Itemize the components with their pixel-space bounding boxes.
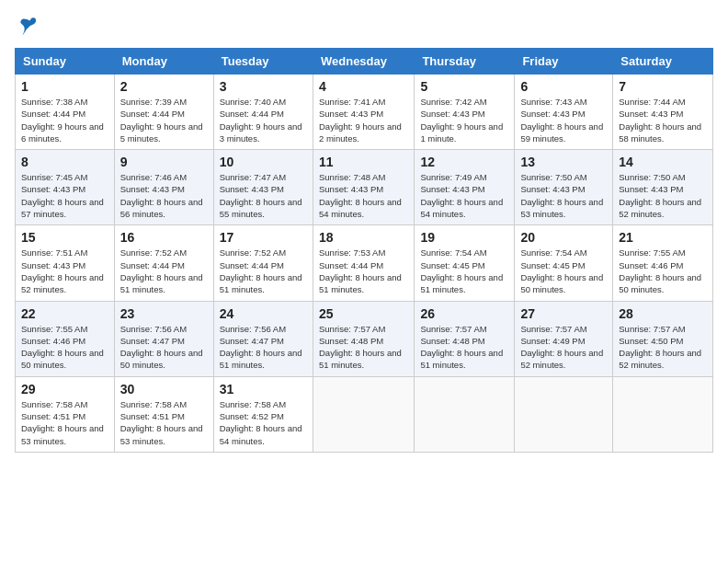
calendar-cell: 6Sunrise: 7:43 AMSunset: 4:43 PMDaylight… — [515, 75, 613, 150]
day-number: 13 — [520, 155, 607, 169]
day-number: 4 — [319, 79, 408, 94]
calendar-cell: 9Sunrise: 7:46 AMSunset: 4:43 PMDaylight… — [114, 150, 213, 225]
day-info: Sunrise: 7:49 AMSunset: 4:43 PMDaylight:… — [420, 171, 508, 220]
day-info: Sunrise: 7:48 AMSunset: 4:43 PMDaylight:… — [319, 171, 408, 220]
day-number: 27 — [520, 306, 607, 321]
calendar-cell: 20Sunrise: 7:54 AMSunset: 4:45 PMDayligh… — [515, 225, 613, 301]
day-number: 22 — [21, 306, 108, 321]
logo — [15, 15, 39, 37]
day-number: 14 — [619, 155, 707, 169]
day-info: Sunrise: 7:46 AMSunset: 4:43 PMDaylight:… — [120, 171, 208, 220]
day-number: 24 — [220, 306, 307, 321]
calendar-cell: 16Sunrise: 7:52 AMSunset: 4:44 PMDayligh… — [114, 225, 213, 301]
day-info: Sunrise: 7:52 AMSunset: 4:44 PMDaylight:… — [120, 247, 208, 295]
day-info: Sunrise: 7:56 AMSunset: 4:47 PMDaylight:… — [220, 323, 307, 372]
day-info: Sunrise: 7:58 AMSunset: 4:51 PMDaylight:… — [120, 398, 208, 447]
day-number: 31 — [220, 382, 307, 396]
day-info: Sunrise: 7:43 AMSunset: 4:43 PMDaylight:… — [520, 96, 607, 144]
calendar-cell: 14Sunrise: 7:50 AMSunset: 4:43 PMDayligh… — [613, 150, 713, 225]
page-header — [15, 15, 713, 37]
day-info: Sunrise: 7:50 AMSunset: 4:43 PMDaylight:… — [520, 171, 607, 220]
day-info: Sunrise: 7:40 AMSunset: 4:44 PMDaylight:… — [220, 96, 307, 144]
day-info: Sunrise: 7:47 AMSunset: 4:43 PMDaylight:… — [220, 171, 307, 220]
calendar-cell: 17Sunrise: 7:52 AMSunset: 4:44 PMDayligh… — [213, 225, 313, 301]
calendar-cell: 28Sunrise: 7:57 AMSunset: 4:50 PMDayligh… — [613, 301, 713, 376]
day-number: 1 — [21, 79, 108, 94]
calendar-cell: 7Sunrise: 7:44 AMSunset: 4:43 PMDaylight… — [613, 75, 713, 150]
calendar-cell — [613, 376, 713, 452]
day-info: Sunrise: 7:58 AMSunset: 4:51 PMDaylight:… — [21, 398, 108, 447]
calendar-cell: 12Sunrise: 7:49 AMSunset: 4:43 PMDayligh… — [415, 150, 515, 225]
day-number: 8 — [21, 155, 108, 169]
day-info: Sunrise: 7:42 AMSunset: 4:43 PMDaylight:… — [420, 96, 508, 144]
day-info: Sunrise: 7:39 AMSunset: 4:44 PMDaylight:… — [120, 96, 208, 144]
day-number: 17 — [220, 230, 307, 245]
calendar-cell: 15Sunrise: 7:51 AMSunset: 4:43 PMDayligh… — [16, 225, 115, 301]
day-number: 21 — [619, 230, 707, 245]
day-number: 3 — [220, 79, 307, 94]
day-number: 28 — [619, 306, 707, 321]
calendar-cell — [313, 376, 414, 452]
day-number: 6 — [520, 79, 607, 94]
calendar-table: SundayMondayTuesdayWednesdayThursdayFrid… — [15, 48, 713, 453]
calendar-cell: 25Sunrise: 7:57 AMSunset: 4:48 PMDayligh… — [313, 301, 414, 376]
day-number: 23 — [120, 306, 208, 321]
calendar-cell: 22Sunrise: 7:55 AMSunset: 4:46 PMDayligh… — [16, 301, 115, 376]
day-of-week-header: Saturday — [613, 49, 713, 75]
day-info: Sunrise: 7:56 AMSunset: 4:47 PMDaylight:… — [120, 323, 208, 372]
day-number: 5 — [420, 79, 508, 94]
calendar-cell: 19Sunrise: 7:54 AMSunset: 4:45 PMDayligh… — [415, 225, 515, 301]
day-number: 7 — [619, 79, 707, 94]
calendar-cell: 1Sunrise: 7:38 AMSunset: 4:44 PMDaylight… — [16, 75, 115, 150]
calendar-cell: 30Sunrise: 7:58 AMSunset: 4:51 PMDayligh… — [114, 376, 213, 452]
calendar-cell: 24Sunrise: 7:56 AMSunset: 4:47 PMDayligh… — [213, 301, 313, 376]
day-info: Sunrise: 7:54 AMSunset: 4:45 PMDaylight:… — [520, 247, 607, 295]
day-of-week-header: Sunday — [16, 49, 115, 75]
calendar-cell: 31Sunrise: 7:58 AMSunset: 4:52 PMDayligh… — [213, 376, 313, 452]
day-number: 11 — [319, 155, 408, 169]
day-info: Sunrise: 7:57 AMSunset: 4:50 PMDaylight:… — [619, 323, 707, 372]
day-info: Sunrise: 7:45 AMSunset: 4:43 PMDaylight:… — [21, 171, 108, 220]
calendar-cell: 5Sunrise: 7:42 AMSunset: 4:43 PMDaylight… — [415, 75, 515, 150]
calendar-cell: 26Sunrise: 7:57 AMSunset: 4:48 PMDayligh… — [415, 301, 515, 376]
day-number: 18 — [319, 230, 408, 245]
day-of-week-header: Tuesday — [213, 49, 313, 75]
calendar-cell: 11Sunrise: 7:48 AMSunset: 4:43 PMDayligh… — [313, 150, 414, 225]
day-of-week-header: Thursday — [415, 49, 515, 75]
calendar-cell: 8Sunrise: 7:45 AMSunset: 4:43 PMDaylight… — [16, 150, 115, 225]
day-of-week-header: Friday — [515, 49, 613, 75]
calendar-cell: 23Sunrise: 7:56 AMSunset: 4:47 PMDayligh… — [114, 301, 213, 376]
day-info: Sunrise: 7:50 AMSunset: 4:43 PMDaylight:… — [619, 171, 707, 220]
day-info: Sunrise: 7:38 AMSunset: 4:44 PMDaylight:… — [21, 96, 108, 144]
day-number: 9 — [120, 155, 208, 169]
calendar-cell: 10Sunrise: 7:47 AMSunset: 4:43 PMDayligh… — [213, 150, 313, 225]
day-of-week-header: Wednesday — [313, 49, 414, 75]
calendar-cell: 29Sunrise: 7:58 AMSunset: 4:51 PMDayligh… — [16, 376, 115, 452]
day-number: 15 — [21, 230, 108, 245]
calendar-cell — [415, 376, 515, 452]
calendar-header-row: SundayMondayTuesdayWednesdayThursdayFrid… — [16, 49, 713, 75]
day-info: Sunrise: 7:41 AMSunset: 4:43 PMDaylight:… — [319, 96, 408, 144]
day-number: 30 — [120, 382, 208, 396]
day-info: Sunrise: 7:57 AMSunset: 4:49 PMDaylight:… — [520, 323, 607, 372]
day-number: 29 — [21, 382, 108, 396]
day-info: Sunrise: 7:58 AMSunset: 4:52 PMDaylight:… — [220, 398, 307, 447]
day-info: Sunrise: 7:54 AMSunset: 4:45 PMDaylight:… — [420, 247, 508, 295]
calendar-week-row: 29Sunrise: 7:58 AMSunset: 4:51 PMDayligh… — [16, 376, 713, 452]
day-info: Sunrise: 7:55 AMSunset: 4:46 PMDaylight:… — [21, 323, 108, 372]
calendar-cell: 2Sunrise: 7:39 AMSunset: 4:44 PMDaylight… — [114, 75, 213, 150]
day-info: Sunrise: 7:52 AMSunset: 4:44 PMDaylight:… — [220, 247, 307, 295]
calendar-cell: 13Sunrise: 7:50 AMSunset: 4:43 PMDayligh… — [515, 150, 613, 225]
day-info: Sunrise: 7:57 AMSunset: 4:48 PMDaylight:… — [420, 323, 508, 372]
calendar-week-row: 22Sunrise: 7:55 AMSunset: 4:46 PMDayligh… — [16, 301, 713, 376]
calendar-cell: 4Sunrise: 7:41 AMSunset: 4:43 PMDaylight… — [313, 75, 414, 150]
calendar-week-row: 15Sunrise: 7:51 AMSunset: 4:43 PMDayligh… — [16, 225, 713, 301]
day-number: 16 — [120, 230, 208, 245]
day-number: 25 — [319, 306, 408, 321]
calendar-cell: 27Sunrise: 7:57 AMSunset: 4:49 PMDayligh… — [515, 301, 613, 376]
day-number: 2 — [120, 79, 208, 94]
calendar-cell: 21Sunrise: 7:55 AMSunset: 4:46 PMDayligh… — [613, 225, 713, 301]
calendar-cell — [515, 376, 613, 452]
day-info: Sunrise: 7:57 AMSunset: 4:48 PMDaylight:… — [319, 323, 408, 372]
calendar-week-row: 8Sunrise: 7:45 AMSunset: 4:43 PMDaylight… — [16, 150, 713, 225]
